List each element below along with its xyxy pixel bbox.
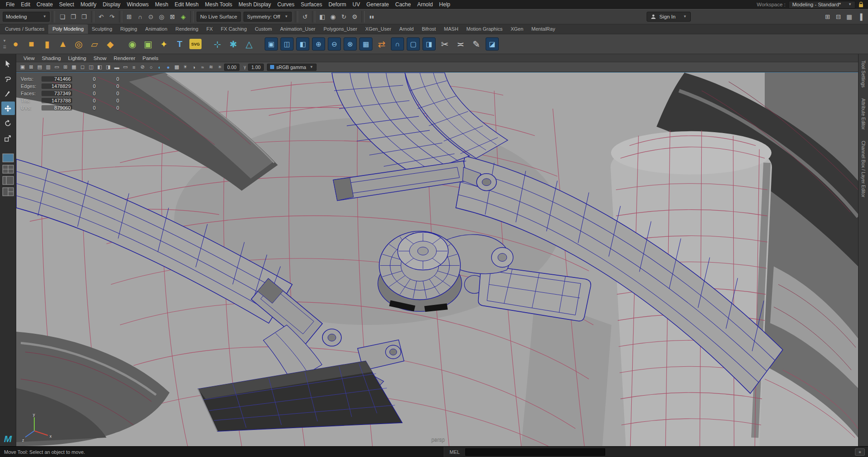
- menubar-item[interactable]: Select: [56, 0, 77, 9]
- shelf-tab[interactable]: MentalRay: [528, 24, 560, 34]
- toggle-panel-full-icon[interactable]: ▦: [844, 12, 854, 22]
- toggle-panel-grid-icon[interactable]: ⊞: [822, 12, 833, 22]
- select-tool-button[interactable]: [1, 57, 15, 70]
- mel-command-input[interactable]: [465, 448, 605, 456]
- toggle-sidebar-icon[interactable]: ▐: [855, 12, 865, 22]
- render-settings-icon[interactable]: ⚙: [349, 12, 360, 22]
- pause-viewport-icon[interactable]: ▮▮: [367, 12, 377, 22]
- menubar-item[interactable]: Help: [436, 0, 454, 9]
- gap[interactable]: [257, 36, 263, 52]
- sculpt-smooth-tool-icon[interactable]: ▣: [141, 36, 156, 52]
- menubar-item[interactable]: Mesh Display: [235, 0, 274, 9]
- shelf-list-icon[interactable]: ☰: [3, 46, 6, 49]
- film-gate-icon[interactable]: ◻: [78, 63, 87, 71]
- snap-to-point-icon[interactable]: ⊙: [146, 12, 156, 22]
- paint-select-tool-button[interactable]: [1, 87, 15, 100]
- panel-menu-item[interactable]: Lighting: [64, 55, 90, 61]
- gamma-icon[interactable]: γ: [243, 65, 246, 69]
- new-scene-icon[interactable]: ❏: [57, 12, 68, 22]
- snap-to-curve-icon[interactable]: ∩: [135, 12, 145, 22]
- view-transform-select[interactable]: sRGB gamma ▼: [267, 64, 317, 71]
- ipr-render-icon[interactable]: ↻: [339, 12, 349, 22]
- sculpt-sparkle-icon[interactable]: ✦: [156, 36, 171, 52]
- tab-tool-settings[interactable]: Tool Settings: [861, 60, 866, 88]
- menubar-item[interactable]: Deform: [325, 0, 349, 9]
- gamma-field[interactable]: 1.00: [248, 64, 263, 71]
- menubar-item[interactable]: Curves: [274, 0, 298, 9]
- grid-icon[interactable]: ▦: [70, 63, 78, 71]
- open-scene-icon[interactable]: ❐: [68, 12, 78, 22]
- persp-outliner-layout-button[interactable]: [2, 175, 14, 185]
- separator[interactable]: [91, 11, 94, 23]
- boolean-intersection-icon[interactable]: ⊗: [344, 37, 357, 51]
- toggle-panel-rows-icon[interactable]: ⊟: [833, 12, 844, 22]
- separator[interactable]: [190, 11, 193, 23]
- boolean-union-icon[interactable]: ⊕: [312, 37, 325, 51]
- shelf-tab[interactable]: Sculpting: [88, 24, 116, 34]
- shadows-icon[interactable]: ◑: [190, 63, 198, 71]
- viewport[interactable]: Verts: 741466 0 0 Edges: 1478829 0 0: [16, 72, 858, 446]
- save-scene-icon[interactable]: ❒: [79, 12, 89, 22]
- shelf-tab[interactable]: Motion Graphics: [462, 24, 506, 34]
- shelf-tab[interactable]: Custom: [251, 24, 276, 34]
- xray-icon[interactable]: ⊘: [138, 63, 147, 71]
- shelf-tab[interactable]: Rendering: [171, 24, 202, 34]
- menubar-item[interactable]: Edit: [18, 0, 33, 9]
- open-render-view-icon[interactable]: ◧: [317, 12, 327, 22]
- select-camera-icon[interactable]: ▣: [18, 63, 27, 71]
- pan-zoom-icon[interactable]: ⊞: [61, 63, 69, 71]
- snap-to-projected-center-icon[interactable]: ◎: [156, 12, 167, 22]
- poly-torus-icon[interactable]: ◎: [71, 36, 86, 52]
- field-chart-icon[interactable]: ◨: [104, 63, 112, 71]
- gate-mask-icon[interactable]: ◧: [96, 63, 104, 71]
- shelf-tab[interactable]: Animation_User: [276, 24, 319, 34]
- fill-hole-icon[interactable]: ▢: [407, 37, 420, 51]
- resolution-gate-icon[interactable]: ◫: [87, 63, 95, 71]
- poly-plane-icon[interactable]: ▱: [87, 36, 102, 52]
- split-pane-layout-button[interactable]: [2, 187, 14, 197]
- poly-cone-icon[interactable]: ▲: [55, 36, 70, 52]
- shelf-tab[interactable]: XGen_User: [361, 24, 395, 34]
- poly-sphere-icon[interactable]: ●: [8, 36, 23, 52]
- menubar-item[interactable]: Mesh Tools: [202, 0, 235, 9]
- snap-to-grid-icon[interactable]: ⊞: [124, 12, 134, 22]
- snap-to-view-plane-icon[interactable]: ⊠: [167, 12, 178, 22]
- gap[interactable]: [204, 36, 209, 52]
- make-live-icon[interactable]: ◈: [178, 12, 188, 22]
- safe-title-icon[interactable]: ▭: [121, 63, 129, 71]
- menubar-item[interactable]: Mesh: [152, 0, 171, 9]
- shelf-tab[interactable]: FX Caching: [217, 24, 251, 34]
- undo-icon[interactable]: ↶: [96, 12, 106, 22]
- shaded-display-icon[interactable]: ●: [164, 63, 172, 71]
- menubar-item[interactable]: Surfaces: [298, 0, 325, 9]
- shelf-tab[interactable]: Rigging: [116, 24, 141, 34]
- single-pane-layout-button[interactable]: [2, 153, 14, 163]
- gap[interactable]: [119, 36, 124, 52]
- bridge-icon[interactable]: ∩: [391, 37, 404, 51]
- menubar-item[interactable]: Create: [33, 0, 56, 9]
- panel-menu-item[interactable]: Shading: [38, 55, 64, 61]
- append-polygon-icon[interactable]: ◨: [423, 37, 436, 51]
- script-editor-button[interactable]: ≡: [855, 448, 865, 456]
- command-line-language-button[interactable]: MEL: [444, 449, 465, 455]
- menubar-item[interactable]: File: [3, 0, 18, 9]
- boolean-difference-icon[interactable]: ⊖: [328, 37, 341, 51]
- symmetry-select[interactable]: Symmetry: Off ▼: [243, 12, 292, 22]
- construction-history-icon[interactable]: ↺: [300, 12, 310, 22]
- shelf-tab[interactable]: FX: [202, 24, 217, 34]
- menubar-item[interactable]: Display: [100, 0, 124, 9]
- tab-attribute-editor[interactable]: Attribute Editor: [861, 98, 866, 129]
- bookmarks-icon[interactable]: ▥: [44, 63, 52, 71]
- smooth-icon[interactable]: ▦: [359, 37, 372, 51]
- panel-menu-item[interactable]: Renderer: [110, 55, 139, 61]
- camera-attributes-icon[interactable]: ▤: [36, 63, 44, 71]
- motion-blur-icon[interactable]: ≋: [207, 63, 215, 71]
- shelf-tab[interactable]: XGen: [506, 24, 527, 34]
- separate-icon[interactable]: ◫: [280, 37, 294, 51]
- shelf-tab[interactable]: Animation: [141, 24, 171, 34]
- shelf-dropdown-icon[interactable]: ▼: [3, 39, 6, 43]
- shelf-tab[interactable]: Arnold: [395, 24, 418, 34]
- separator[interactable]: [362, 11, 365, 23]
- shelf-tab[interactable]: MASH: [440, 24, 463, 34]
- snap-together-icon[interactable]: ✱: [226, 36, 241, 52]
